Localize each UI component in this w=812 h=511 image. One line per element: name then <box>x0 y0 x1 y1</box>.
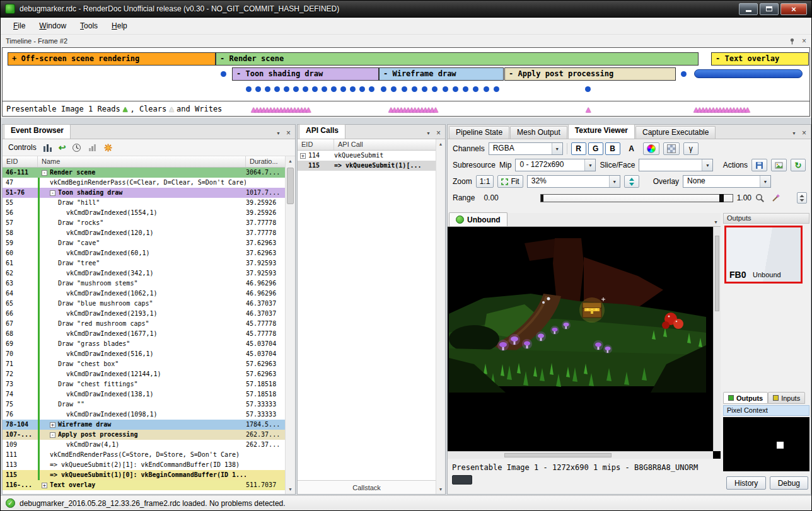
texture-viewport[interactable] <box>448 227 721 459</box>
channel-g-button[interactable]: G <box>588 142 603 155</box>
toolbar-overflow-button[interactable] <box>797 192 807 204</box>
texture-tab-unbound[interactable]: Unbound <box>449 212 508 226</box>
column-eid[interactable]: EID <box>3 156 38 167</box>
tree-expander[interactable]: + <box>300 153 306 159</box>
event-row[interactable]: 113=> vkQueueSubmit(2)[1]: vkEndCommandB… <box>3 460 285 470</box>
flip-y-button[interactable] <box>624 175 639 188</box>
texture-tab-dropdown-icon[interactable]: ▼ <box>714 220 718 224</box>
panel-menu-icon[interactable]: ▼ <box>276 131 281 135</box>
api-call-row[interactable]: +114vkQueueSubmit <box>298 151 436 161</box>
autofit-wand-icon[interactable] <box>771 193 780 203</box>
viewport-vertical-scrollbar[interactable] <box>713 227 721 451</box>
panel-close-icon[interactable]: × <box>802 130 806 136</box>
event-row[interactable]: 76vkCmdDrawIndexed(1098,1)57.33333 <box>3 410 285 420</box>
tab-outputs[interactable]: Outputs <box>723 392 768 404</box>
event-row[interactable]: 57Draw "rocks"37.77778 <box>3 218 285 228</box>
scrollbar-thumb[interactable] <box>287 168 294 204</box>
event-row[interactable]: 69Draw "grass blades"45.03704 <box>3 339 285 349</box>
refresh-button[interactable]: ↻ <box>791 159 806 171</box>
timeline-bar-postprocess[interactable]: - Apply post processing <box>504 67 676 81</box>
event-browser-scrollbar[interactable]: ▲ ▼ <box>285 156 295 494</box>
tree-expander[interactable]: + <box>50 422 55 428</box>
event-row[interactable]: 111vkCmdEndRenderPass(C=Store, D=Store, … <box>3 450 285 460</box>
save-texture-button[interactable] <box>751 159 767 171</box>
event-row[interactable]: 56vkCmdDrawIndexed(1554,1)39.25926 <box>3 208 285 218</box>
channel-a-button[interactable]: A <box>624 142 639 155</box>
event-row[interactable]: 63Draw "mushroom stems"46.96296 <box>3 278 285 289</box>
minimize-button[interactable] <box>739 3 758 15</box>
tree-expander[interactable]: - <box>50 190 55 196</box>
scroll-up-icon[interactable]: ▲ <box>436 139 445 149</box>
bookmark-icon[interactable] <box>103 143 113 152</box>
api-calls-scrollbar[interactable]: ▲ ▼ <box>436 139 445 494</box>
event-row[interactable]: 65Draw "blue mushroom caps"46.37037 <box>3 299 285 309</box>
gamma-button[interactable]: γ <box>683 142 699 155</box>
chevron-down-icon[interactable]: ▼ <box>552 143 562 154</box>
menu-help[interactable]: Help <box>105 19 134 33</box>
api-call-row[interactable]: 115=> vkQueueSubmit(1)[... <box>298 161 436 171</box>
slice-face-select[interactable]: ▼ <box>639 159 713 171</box>
panel-close-icon[interactable]: × <box>286 130 291 136</box>
overlay-select[interactable]: None ▼ <box>683 175 771 188</box>
tab-inputs[interactable]: Inputs <box>768 392 805 404</box>
event-row[interactable]: 46-111-Render scene3064.7... <box>3 168 285 178</box>
chevron-down-icon[interactable]: ▼ <box>609 176 620 187</box>
event-row[interactable]: 107-...-Apply post processing262.37... <box>3 430 285 440</box>
tree-expander[interactable]: + <box>42 483 47 488</box>
event-row[interactable]: 62vkCmdDrawIndexed(342,1)37.92593 <box>3 268 285 278</box>
tab-api-calls[interactable]: API Calls <box>299 124 345 139</box>
timeline-bar-offscreen[interactable]: + Off-screen scene rendering <box>8 52 216 66</box>
pin-icon[interactable] <box>789 38 796 45</box>
pixel-context-view[interactable] <box>723 417 809 471</box>
timeline-bar-toon[interactable]: - Toon shading draw <box>232 67 379 81</box>
close-button[interactable]: × <box>780 3 807 15</box>
event-row[interactable]: 72vkCmdDrawIndexed(12144,1)57.62963 <box>3 369 285 379</box>
event-row[interactable]: 58vkCmdDrawIndexed(120,1)37.77778 <box>3 228 285 238</box>
zoom-level-input[interactable]: 32% ▼ <box>527 175 620 188</box>
menu-window[interactable]: Window <box>33 19 72 33</box>
zoom-1to1-button[interactable]: 1:1 <box>476 175 494 188</box>
timeline-close-icon[interactable]: × <box>802 38 806 44</box>
tab-capture-executable[interactable]: Capture Executable <box>635 126 716 139</box>
stats-icon[interactable] <box>88 143 97 152</box>
timeline-bar-render-scene[interactable]: - Render scene <box>216 52 699 66</box>
event-row[interactable]: 73Draw "chest fittings"57.18518 <box>3 379 285 389</box>
menu-tools[interactable]: Tools <box>74 19 104 33</box>
timeline-bar-text-overlay[interactable]: - Text overlay <box>711 52 809 66</box>
timeline-browse-icon[interactable] <box>43 143 52 152</box>
zoom-range-icon[interactable] <box>755 193 765 203</box>
open-image-button[interactable] <box>771 159 787 171</box>
event-row[interactable]: 68vkCmdDrawIndexed(1677,1)45.77778 <box>3 329 285 339</box>
event-row[interactable]: 64vkCmdDrawIndexed(1062,1)46.96296 <box>3 289 285 299</box>
column-eid[interactable]: EID <box>298 139 334 150</box>
scroll-up-icon[interactable]: ▲ <box>286 156 295 166</box>
fb0-thumbnail[interactable]: FB0 Unbound <box>724 226 803 284</box>
timeline-track[interactable]: + Off-screen scene rendering - Render sc… <box>2 47 810 101</box>
event-row[interactable]: 75Draw ""57.33333 <box>3 399 285 410</box>
channel-r-button[interactable]: R <box>571 142 586 155</box>
callstack-section[interactable]: Callstack <box>298 480 436 494</box>
event-row[interactable]: 78-104+Wireframe draw1784.5... <box>3 420 285 430</box>
viewport-horizontal-scrollbar[interactable] <box>448 451 713 459</box>
debug-button[interactable]: Debug <box>770 476 808 490</box>
fit-button[interactable]: Fit <box>497 175 523 188</box>
maximize-button[interactable] <box>760 3 779 15</box>
tab-event-browser[interactable]: Event Browser <box>4 124 71 139</box>
range-slider[interactable] <box>540 194 733 202</box>
event-row[interactable]: 109vkCmdDraw(4,1)262.37... <box>3 440 285 450</box>
chevron-down-icon[interactable]: ▼ <box>584 159 595 171</box>
channel-b-button[interactable]: B <box>605 142 620 155</box>
event-row[interactable]: 116-...+Text overlay511.7037 <box>3 480 285 490</box>
alpha-background-button[interactable] <box>663 142 680 155</box>
scroll-down-icon[interactable]: ▼ <box>286 485 295 494</box>
chevron-down-icon[interactable]: ▼ <box>760 176 770 187</box>
range-black-handle[interactable] <box>541 195 543 202</box>
event-row[interactable]: 51-76-Toon shading draw1017.7... <box>3 188 285 198</box>
event-row[interactable]: 70vkCmdDrawIndexed(516,1)45.03704 <box>3 349 285 359</box>
jump-to-event-icon[interactable]: ↩ <box>59 143 66 152</box>
history-button[interactable]: History <box>726 476 766 490</box>
column-api-call[interactable]: API Call <box>334 139 436 150</box>
time-durations-icon[interactable] <box>72 143 81 152</box>
panel-menu-icon[interactable]: ▼ <box>792 131 796 135</box>
event-row[interactable]: 55Draw "hill"39.25926 <box>3 198 285 208</box>
